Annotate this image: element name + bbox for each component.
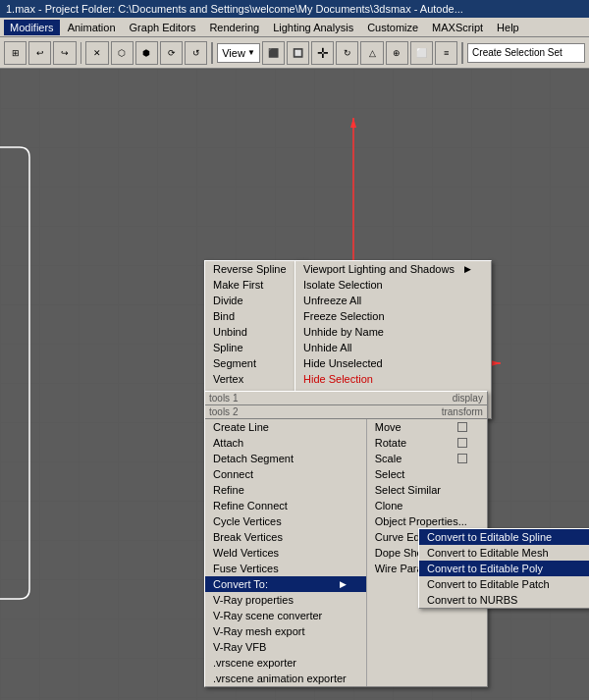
ctx-scale[interactable]: Scale xyxy=(367,451,487,466)
ctx-cycle-vertices[interactable]: Cycle Vertices xyxy=(205,513,366,529)
ctx-fuse-vertices[interactable]: Fuse Vertices xyxy=(205,561,366,576)
ctx-reverse-spline[interactable]: Reverse Spline xyxy=(205,261,306,277)
toolbar-btn-scale[interactable]: △ xyxy=(360,41,383,65)
scale-checkbox-icon xyxy=(457,454,467,463)
create-selection-set-label: Create Selection Set xyxy=(472,47,562,58)
ctx-vertex[interactable]: Vertex xyxy=(205,371,306,387)
scale-icon: △ xyxy=(369,48,376,58)
ctx-viewport-lighting[interactable]: Viewport Lighting and Shadows ▶ xyxy=(295,261,491,277)
ctx-freeze-selection[interactable]: Freeze Selection xyxy=(295,308,491,324)
tools2-label: tools 2 xyxy=(205,405,438,418)
ctx-spline[interactable]: Spline xyxy=(205,340,306,355)
convert-to-arrow-icon: ▶ xyxy=(340,579,347,589)
ctx-select-similar[interactable]: Select Similar xyxy=(367,482,487,498)
viewport-label: View xyxy=(222,47,245,59)
tools1-label: tools 1 xyxy=(205,392,449,404)
convert-to-submenu[interactable]: Convert to Editable Spline Convert to Ed… xyxy=(418,528,589,609)
ctx-vray-properties[interactable]: V-Ray properties xyxy=(205,592,366,608)
ctx-bind[interactable]: Bind xyxy=(205,308,306,324)
ctx-hide-selection[interactable]: Hide Selection xyxy=(295,371,491,387)
ctx-convert-editable-spline[interactable]: Convert to Editable Spline xyxy=(419,529,589,545)
ctx-unhide-all[interactable]: Unhide All xyxy=(295,340,491,355)
ctx-make-first[interactable]: Make First xyxy=(205,277,306,293)
menu-help[interactable]: Help xyxy=(491,20,525,35)
ctx-unfreeze-all[interactable]: Unfreeze All xyxy=(295,293,491,308)
toolbar-btn-4[interactable]: ⬡ xyxy=(111,41,134,65)
toolbar-btn-7[interactable]: ↺ xyxy=(185,41,207,65)
ctx-rotate[interactable]: Rotate xyxy=(367,435,487,451)
toolbar-btn-rotate[interactable]: ↻ xyxy=(336,41,358,65)
move-icon: ✛ xyxy=(317,45,329,61)
create-selection-set[interactable]: Create Selection Set xyxy=(467,43,585,63)
ctx-move[interactable]: Move xyxy=(367,419,487,435)
toolbar-btn-5[interactable]: ⬢ xyxy=(135,41,158,65)
ctx-attach[interactable]: Attach xyxy=(205,435,366,451)
viewport-dropdown[interactable]: View ▼ xyxy=(217,43,260,63)
ctx-convert-editable-mesh[interactable]: Convert to Editable Mesh xyxy=(419,545,589,561)
toolbar-btn-6[interactable]: ⟳ xyxy=(160,41,183,65)
dropdown-arrow-icon: ▼ xyxy=(247,48,255,57)
ctx-divide[interactable]: Divide xyxy=(205,293,306,308)
menu-modifiers[interactable]: Modifiers xyxy=(4,20,60,35)
toolbar-sep-1 xyxy=(80,42,82,64)
toolbar-btn-12[interactable]: ≡ xyxy=(435,41,457,65)
menu-bar: Modifiers Animation Graph Editors Render… xyxy=(0,18,589,37)
ctx-vray-vfb[interactable]: V-Ray VFB xyxy=(205,639,366,655)
toolbar-sep-2 xyxy=(211,42,213,64)
ctx-refine-connect[interactable]: Refine Connect xyxy=(205,498,366,513)
viewport[interactable]: Reverse Spline Make First Divide Bind Un… xyxy=(0,69,589,700)
ctx-isolate-selection[interactable]: Isolate Selection xyxy=(295,277,491,293)
context-menu-left[interactable]: Reverse Spline Make First Divide Bind Un… xyxy=(204,260,307,404)
ctx-segment[interactable]: Segment xyxy=(205,355,306,371)
move-checkbox-icon xyxy=(457,422,467,432)
toolbar-btn-11[interactable]: ⬜ xyxy=(410,41,433,65)
ctx-vray-scene-converter[interactable]: V-Ray scene converter xyxy=(205,608,366,623)
rotate-icon: ↻ xyxy=(344,48,351,58)
title-bar: 1.max - Project Folder: C:\Documents and… xyxy=(0,0,589,18)
ctx-vrscene-exporter[interactable]: .vrscene exporter xyxy=(205,655,366,671)
toolbar-btn-10[interactable]: ⊕ xyxy=(386,41,408,65)
toolbar-btn-9[interactable]: 🔲 xyxy=(287,41,309,65)
ctx-left-col: Create Line Attach Detach Segment Connec… xyxy=(205,419,366,686)
toolbar-btn-move[interactable]: ✛ xyxy=(311,41,334,65)
display-label: display xyxy=(449,392,487,404)
rotate-checkbox-icon xyxy=(457,438,467,448)
title-text: 1.max - Project Folder: C:\Documents and… xyxy=(6,3,463,15)
svg-marker-2 xyxy=(350,118,356,128)
ctx-hide-unselected[interactable]: Hide Unselected xyxy=(295,355,491,371)
toolbar-btn-select[interactable]: ✕ xyxy=(85,41,108,65)
toolbar-btn-3[interactable]: ↪ xyxy=(53,41,76,65)
ctx-vray-mesh-export[interactable]: V-Ray mesh export xyxy=(205,623,366,639)
ctx-convert-nurbs[interactable]: Convert to NURBS xyxy=(419,592,589,608)
ctx-detach-segment[interactable]: Detach Segment xyxy=(205,451,366,466)
ctx-object-properties[interactable]: Object Properties... xyxy=(367,513,487,529)
menu-graph-editors[interactable]: Graph Editors xyxy=(124,20,202,35)
ctx-break-vertices[interactable]: Break Vertices xyxy=(205,529,366,545)
ctx-clone[interactable]: Clone xyxy=(367,498,487,513)
ctx-weld-vertices[interactable]: Weld Vertices xyxy=(205,545,366,561)
ctx-connect[interactable]: Connect xyxy=(205,466,366,482)
menu-lighting-analysis[interactable]: Lighting Analysis xyxy=(267,20,359,35)
menu-maxscript[interactable]: MAXScript xyxy=(426,20,489,35)
ctx-convert-editable-poly[interactable]: Convert to Editable Poly xyxy=(419,561,589,576)
ctx-unbind[interactable]: Unbind xyxy=(205,324,306,340)
svg-marker-3 xyxy=(491,360,501,366)
toolbar-btn-2[interactable]: ↩ xyxy=(28,41,51,65)
toolbar-sep-3 xyxy=(461,42,463,64)
transform-label: transform xyxy=(438,405,487,418)
toolbar-btn-1[interactable]: ⊞ xyxy=(4,41,27,65)
ctx-refine[interactable]: Refine xyxy=(205,482,366,498)
menu-animation[interactable]: Animation xyxy=(62,20,122,35)
menu-rendering[interactable]: Rendering xyxy=(203,20,265,35)
menu-customize[interactable]: Customize xyxy=(361,20,424,35)
toolbar: ⊞ ↩ ↪ ✕ ⬡ ⬢ ⟳ ↺ View ▼ ⬛ 🔲 ✛ ↻ △ ⊕ ⬜ ≡ C… xyxy=(0,37,589,69)
ctx-create-line[interactable]: Create Line xyxy=(205,419,366,435)
ctx-unhide-by-name[interactable]: Unhide by Name xyxy=(295,324,491,340)
ctx-convert-editable-patch[interactable]: Convert to Editable Patch xyxy=(419,576,589,592)
ctx-convert-to[interactable]: Convert To: ▶ xyxy=(205,576,366,592)
submenu-arrow-icon: ▶ xyxy=(464,264,471,274)
ctx-vrscene-animation-exporter[interactable]: .vrscene animation exporter xyxy=(205,671,366,686)
ctx-select[interactable]: Select xyxy=(367,466,487,482)
toolbar-btn-8[interactable]: ⬛ xyxy=(262,41,285,65)
